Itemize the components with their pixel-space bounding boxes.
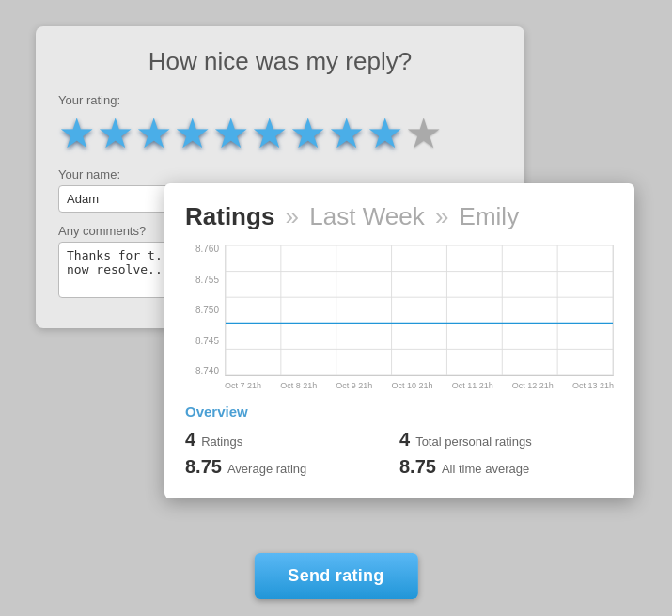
stars-row[interactable]: ★★★★★★★★★★	[58, 113, 502, 154]
question-heading: How nice was my reply?	[58, 47, 502, 76]
x-label-6: Oct 13 21h	[572, 381, 614, 390]
y-label-4: 8.740	[195, 367, 219, 376]
stat-average-number: 8.75	[185, 456, 222, 478]
stat-alltime: 8.75 All time average	[399, 456, 614, 478]
star-3[interactable]: ★	[135, 113, 172, 154]
x-label-2: Oct 9 21h	[336, 381, 372, 390]
breadcrumb-last-week: Last Week	[309, 202, 424, 230]
your-rating-label: Your rating:	[58, 93, 502, 107]
y-axis-labels: 8.7608.7558.7508.7458.740	[185, 245, 223, 376]
stat-alltime-label: All time average	[442, 462, 529, 476]
panel-title: Ratings » Last Week » Emily	[185, 202, 614, 231]
x-label-1: Oct 8 21h	[280, 381, 317, 390]
star-10[interactable]: ★	[405, 113, 442, 154]
star-7[interactable]: ★	[289, 113, 326, 154]
x-axis-labels: Oct 7 21hOct 8 21hOct 9 21hOct 10 21hOct…	[225, 378, 614, 390]
star-9[interactable]: ★	[367, 113, 403, 154]
stat-average-label: Average rating	[227, 462, 306, 476]
overview-title: Overview	[185, 403, 614, 419]
send-rating-button[interactable]: Send rating	[254, 553, 417, 599]
breadcrumb-emily: Emily	[460, 202, 520, 230]
x-label-0: Oct 7 21h	[225, 381, 261, 390]
stats-grid: 4 Ratings 4 Total personal ratings 8.75 …	[185, 429, 614, 478]
stat-total-personal-number: 4	[399, 429, 410, 450]
chart-area	[225, 245, 614, 376]
y-label-1: 8.755	[195, 276, 219, 285]
stat-ratings: 4 Ratings	[185, 429, 399, 450]
your-name-label: Your name:	[58, 167, 502, 182]
y-label-3: 8.745	[195, 337, 219, 346]
title-main: Ratings	[185, 202, 274, 230]
stat-average: 8.75 Average rating	[185, 456, 399, 478]
x-label-5: Oct 12 21h	[512, 381, 554, 390]
ratings-panel: Ratings » Last Week » Emily 8.7608.7558.…	[164, 183, 634, 498]
star-8[interactable]: ★	[328, 113, 365, 154]
stat-ratings-number: 4	[185, 429, 195, 450]
rating-section: Your rating: ★★★★★★★★★★	[58, 93, 502, 154]
x-label-4: Oct 11 21h	[452, 381, 493, 390]
sep2: »	[435, 202, 448, 230]
x-label-3: Oct 10 21h	[391, 381, 432, 390]
stat-alltime-number: 8.75	[399, 456, 436, 478]
chart-grid-svg	[226, 245, 613, 375]
y-label-0: 8.760	[195, 245, 219, 254]
y-label-2: 8.750	[195, 306, 219, 315]
stat-total-personal: 4 Total personal ratings	[399, 429, 614, 450]
stat-total-personal-label: Total personal ratings	[415, 434, 532, 449]
star-2[interactable]: ★	[97, 113, 133, 154]
sep1: »	[286, 202, 299, 230]
star-5[interactable]: ★	[212, 113, 249, 154]
send-button-container: Send rating	[254, 553, 417, 599]
star-1[interactable]: ★	[58, 113, 95, 154]
chart-container: 8.7608.7558.7508.7458.740 Oct 7 21hOct 8…	[185, 245, 614, 390]
star-4[interactable]: ★	[174, 113, 211, 154]
star-6[interactable]: ★	[251, 113, 288, 154]
stat-ratings-label: Ratings	[201, 434, 242, 449]
